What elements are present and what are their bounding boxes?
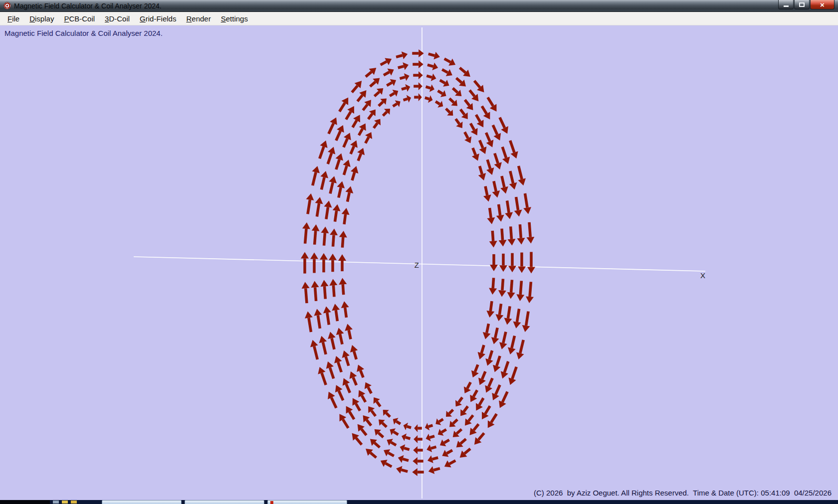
taskbar-window-button[interactable] <box>185 500 264 504</box>
close-button[interactable]: × <box>810 0 835 9</box>
menu-item-display[interactable]: Display <box>24 12 59 25</box>
x-axis-label: X <box>700 271 705 280</box>
taskbar-window-button[interactable] <box>102 500 182 504</box>
menu-item-settings[interactable]: Settings <box>216 12 253 25</box>
minimize-icon <box>784 5 789 7</box>
taskbar-window-button[interactable] <box>267 500 347 504</box>
quicklaunch-icon[interactable] <box>53 501 59 504</box>
x-axis-line <box>134 257 705 271</box>
copyright-status: (C) 2026 by Aziz Oeguet. All Rights Rese… <box>534 489 832 497</box>
close-icon: × <box>820 1 825 8</box>
taskbar-quicklaunch <box>50 500 80 504</box>
quicklaunch-icon[interactable] <box>71 501 77 504</box>
render-canvas[interactable]: Z X Magnetic Field Calculator & Coil Ana… <box>0 25 838 500</box>
quicklaunch-icon[interactable] <box>62 501 68 504</box>
menu-item-file[interactable]: File <box>2 12 24 25</box>
canvas-heading: Magnetic Field Calculator & Coil Analyse… <box>4 29 163 37</box>
menu-item-render[interactable]: Render <box>181 12 215 25</box>
maximize-icon <box>799 2 805 7</box>
taskbar-start-button[interactable] <box>0 500 50 504</box>
app-window: Magnetic Field Calculator & Coil Analyse… <box>0 0 838 504</box>
menu-item-3d-coil[interactable]: 3D-Coil <box>100 12 135 25</box>
menu-item-pcb-coil[interactable]: PCB-Coil <box>59 12 100 25</box>
menu-item-grid-fields[interactable]: Grid-Fields <box>135 12 181 25</box>
caption-buttons: × <box>778 0 835 9</box>
coil-plot: Z X <box>0 25 838 500</box>
taskbar-spacer <box>80 500 102 504</box>
app-coil-logo-icon <box>3 2 11 9</box>
window-title: Magnetic Field Calculator & Coil Analyse… <box>14 2 162 10</box>
taskbar-empty-area <box>350 500 838 504</box>
minimize-button[interactable] <box>778 0 794 9</box>
menu-bar: File Display PCB-Coil 3D-Coil Grid-Field… <box>0 12 838 25</box>
taskbar <box>0 500 838 504</box>
taskbar-app-icon <box>270 501 273 504</box>
title-bar[interactable]: Magnetic Field Calculator & Coil Analyse… <box>0 0 838 12</box>
maximize-button[interactable] <box>794 0 810 9</box>
z-axis-label: Z <box>415 261 419 269</box>
